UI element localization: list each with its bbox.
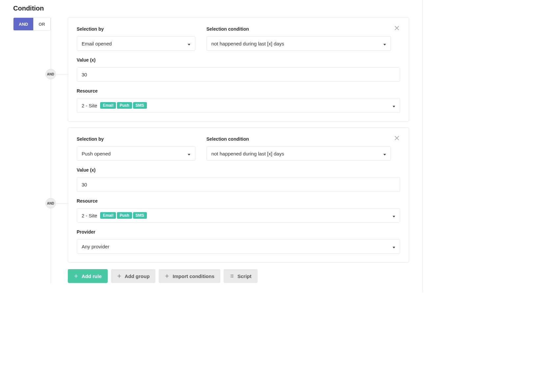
selection-condition-label: Selection condition (207, 136, 391, 142)
logic-or-button[interactable]: OR (33, 18, 50, 30)
resource-select[interactable]: 2 - Site Email Push SMS (77, 208, 400, 223)
builder-row: AND OR AND AND Selection by Email opened (13, 17, 409, 283)
value-input[interactable]: 30 (77, 177, 400, 192)
value-field: Value (x) 30 (77, 57, 400, 82)
import-conditions-button[interactable]: Import conditions (159, 269, 220, 283)
add-group-button[interactable]: Add group (111, 269, 156, 283)
script-button[interactable]: Script (224, 269, 258, 283)
close-icon (394, 134, 400, 141)
rule-card: Selection by Email opened Selection cond… (68, 17, 409, 122)
action-bar: Add rule Add group Import conditions (68, 269, 409, 283)
add-rule-button[interactable]: Add rule (68, 269, 108, 283)
script-label: Script (237, 273, 252, 279)
chevron-down-icon (188, 151, 190, 156)
selection-condition-value: not happened during last [x] days (211, 151, 284, 156)
selection-by-field: Selection by Email opened (77, 26, 195, 51)
plus-icon (117, 274, 122, 278)
selection-condition-label: Selection condition (207, 26, 391, 32)
resource-select[interactable]: 2 - Site Email Push SMS (77, 98, 400, 113)
value-text: 30 (82, 72, 87, 77)
value-field: Value (x) 30 (77, 167, 400, 192)
resource-chip-push: Push (117, 212, 132, 219)
plus-icon (74, 274, 78, 278)
chevron-down-icon (383, 151, 386, 156)
rule-card: Selection by Push opened Selection condi… (68, 127, 409, 263)
resource-chip-sms: SMS (133, 212, 147, 219)
value-label: Value (x) (77, 167, 400, 173)
resource-field: Resource 2 - Site Email Push SMS (77, 88, 400, 113)
connector-and-pill: AND (45, 198, 56, 209)
value-label: Value (x) (77, 57, 400, 63)
list-icon (230, 274, 234, 278)
selection-condition-select[interactable]: not happened during last [x] days (207, 146, 391, 161)
provider-field: Provider Any provider (77, 229, 400, 254)
selection-by-value: Push opened (82, 151, 111, 156)
logic-toggle: AND OR (13, 17, 51, 31)
selection-by-select[interactable]: Push opened (77, 146, 195, 161)
provider-value: Any provider (82, 244, 109, 249)
plus-icon (165, 274, 169, 278)
resource-chip-email: Email (100, 102, 116, 109)
section-heading: Condition (13, 5, 409, 12)
condition-builder: Condition AND OR AND AND Selection by (0, 0, 423, 292)
connector-column: AND AND (51, 17, 68, 283)
resource-label: Resource (77, 198, 400, 204)
resource-chip-sms: SMS (133, 102, 147, 109)
connector-and-pill: AND (45, 69, 56, 79)
add-group-label: Add group (125, 273, 150, 279)
chevron-down-icon (188, 41, 190, 46)
selection-by-select[interactable]: Email opened (77, 36, 195, 51)
resource-chip-push: Push (117, 102, 132, 109)
remove-rule-button[interactable] (394, 134, 400, 141)
rules-column: Selection by Email opened Selection cond… (68, 17, 409, 283)
selection-condition-field: Selection condition not happened during … (207, 136, 391, 161)
resource-prefix: 2 - Site (82, 213, 97, 218)
resource-chip-email: Email (100, 212, 116, 219)
selection-condition-value: not happened during last [x] days (211, 41, 284, 46)
add-rule-label: Add rule (82, 273, 102, 279)
selection-by-value: Email opened (82, 41, 112, 46)
connector-vertical-line (51, 17, 51, 283)
resource-prefix: 2 - Site (82, 103, 97, 108)
provider-select[interactable]: Any provider (77, 239, 400, 254)
remove-rule-button[interactable] (394, 24, 400, 31)
provider-label: Provider (77, 229, 400, 235)
chevron-down-icon (393, 213, 395, 218)
value-input[interactable]: 30 (77, 67, 400, 82)
chevron-down-icon (383, 41, 386, 46)
selection-condition-field: Selection condition not happened during … (207, 26, 391, 51)
selection-condition-select[interactable]: not happened during last [x] days (207, 36, 391, 51)
value-text: 30 (82, 182, 87, 187)
close-icon (394, 24, 400, 31)
selection-by-label: Selection by (77, 26, 195, 32)
chevron-down-icon (393, 244, 395, 249)
resource-field: Resource 2 - Site Email Push SMS (77, 198, 400, 223)
resource-label: Resource (77, 88, 400, 94)
logic-and-button[interactable]: AND (14, 18, 33, 30)
selection-by-field: Selection by Push opened (77, 136, 195, 161)
chevron-down-icon (393, 103, 395, 108)
import-conditions-label: Import conditions (173, 273, 214, 279)
selection-by-label: Selection by (77, 136, 195, 142)
